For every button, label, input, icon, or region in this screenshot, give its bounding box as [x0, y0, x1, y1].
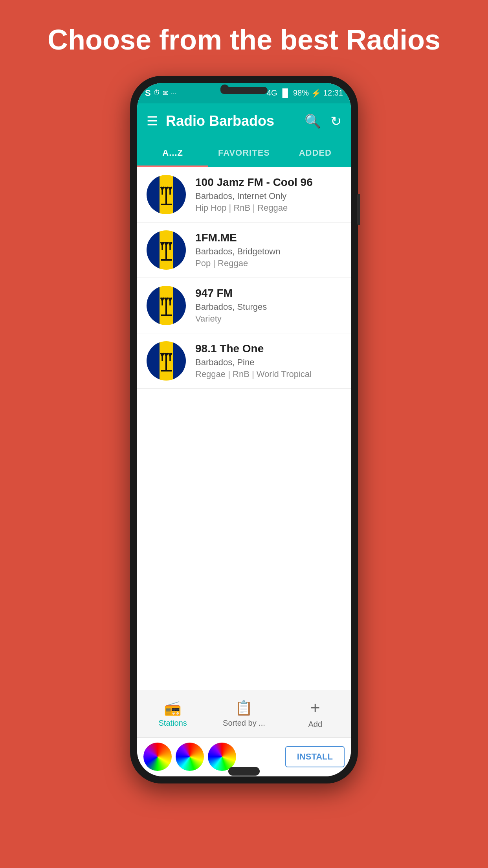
- station-genre: Hip Hop | RnB | Reggae: [195, 203, 341, 213]
- sorted-icon: 📋: [235, 700, 253, 716]
- tab-added[interactable]: ADDED: [280, 139, 351, 167]
- station-location: Barbados, Sturges: [195, 302, 341, 312]
- phone-side-button: [357, 194, 360, 225]
- list-item[interactable]: 100 Jamz FM - Cool 96 Barbados, Internet…: [137, 167, 351, 223]
- station-genre: Variety: [195, 314, 341, 324]
- tab-favorites[interactable]: FAVORITES: [208, 139, 279, 167]
- station-logo: [147, 286, 186, 325]
- add-icon: +: [310, 699, 320, 717]
- phone-device: S ⏱ ✉ ··· 4G ▐▌ 98% ⚡ 12:31 ☰ Radio Barb…: [130, 76, 358, 783]
- station-genre: Pop | Reggae: [195, 258, 341, 268]
- station-info: 1FM.ME Barbados, Bridgetown Pop | Reggae: [195, 232, 341, 268]
- status-left: S ⏱ ✉ ···: [145, 88, 177, 98]
- ad-icon-1: [143, 743, 172, 771]
- station-name: 1FM.ME: [195, 232, 341, 244]
- status-right: 4G ▐▌ 98% ⚡ 12:31: [267, 88, 343, 98]
- tab-az[interactable]: A...Z: [137, 139, 208, 167]
- status-battery-icon: ⚡: [311, 88, 321, 98]
- refresh-icon[interactable]: ↻: [330, 113, 341, 129]
- nav-item-add[interactable]: + Add: [280, 699, 351, 729]
- app-title: Radio Barbados: [166, 113, 305, 129]
- status-icon-mail: ✉: [163, 89, 169, 97]
- hamburger-icon[interactable]: ☰: [147, 114, 158, 129]
- app-bar: ☰ Radio Barbados 🔍 ↻: [137, 103, 351, 139]
- status-network: 4G: [267, 88, 277, 97]
- station-location: Barbados, Internet Only: [195, 191, 341, 201]
- status-icon-dots: ···: [171, 89, 177, 97]
- station-logo: [147, 175, 186, 214]
- status-icon-s: S: [145, 88, 151, 98]
- list-item[interactable]: 947 FM Barbados, Sturges Variety: [137, 278, 351, 333]
- station-location: Barbados, Pine: [195, 357, 341, 368]
- install-button[interactable]: INSTALL: [285, 746, 345, 767]
- station-name: 98.1 The One: [195, 342, 341, 355]
- phone-home-button: [228, 767, 260, 776]
- phone-screen: S ⏱ ✉ ··· 4G ▐▌ 98% ⚡ 12:31 ☰ Radio Barb…: [137, 83, 351, 776]
- tab-bar: A...Z FAVORITES ADDED: [137, 139, 351, 167]
- stations-icon: 📻: [164, 700, 182, 716]
- page-headline: Choose from the best Radios: [24, 24, 464, 56]
- nav-item-stations[interactable]: 📻 Stations: [137, 700, 208, 728]
- search-icon[interactable]: 🔍: [305, 113, 321, 129]
- station-list: 100 Jamz FM - Cool 96 Barbados, Internet…: [137, 167, 351, 690]
- list-item[interactable]: 1FM.ME Barbados, Bridgetown Pop | Reggae: [137, 223, 351, 278]
- station-info: 98.1 The One Barbados, Pine Reggae | RnB…: [195, 342, 341, 379]
- app-bar-actions: 🔍 ↻: [305, 113, 341, 129]
- status-battery: 98%: [293, 88, 309, 97]
- sorted-label: Sorted by ...: [223, 719, 265, 728]
- status-icon-clock: ⏱: [153, 89, 160, 97]
- station-name: 100 Jamz FM - Cool 96: [195, 176, 341, 189]
- status-time: 12:31: [323, 88, 343, 97]
- phone-speaker: [220, 87, 268, 94]
- nav-item-sorted[interactable]: 📋 Sorted by ...: [208, 700, 279, 728]
- bottom-nav: 📻 Stations 📋 Sorted by ... + Add: [137, 690, 351, 737]
- ad-icon-2: [176, 743, 204, 771]
- station-location: Barbados, Bridgetown: [195, 246, 341, 257]
- status-signal-icon: ▐▌: [280, 88, 291, 97]
- station-logo: [147, 341, 186, 381]
- station-genre: Reggae | RnB | World Tropical: [195, 369, 341, 379]
- stations-label: Stations: [159, 719, 187, 728]
- station-logo: [147, 230, 186, 270]
- station-info: 100 Jamz FM - Cool 96 Barbados, Internet…: [195, 176, 341, 213]
- add-label: Add: [308, 720, 323, 729]
- station-info: 947 FM Barbados, Sturges Variety: [195, 287, 341, 324]
- station-name: 947 FM: [195, 287, 341, 300]
- list-item[interactable]: 98.1 The One Barbados, Pine Reggae | RnB…: [137, 333, 351, 389]
